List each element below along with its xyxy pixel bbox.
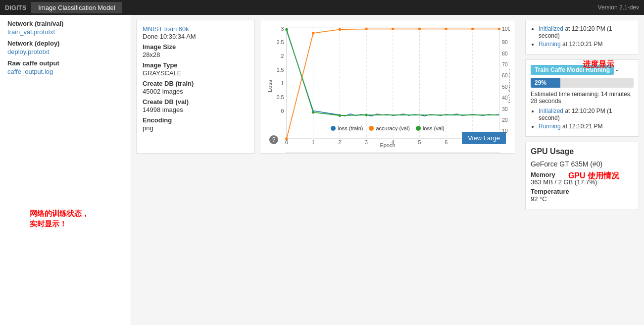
svg-text:60: 60	[502, 72, 508, 78]
status-dash: -	[616, 66, 618, 74]
svg-point-43	[471, 28, 474, 30]
encoding-label: Encoding	[143, 116, 248, 124]
legend-dot-accuracy-val	[369, 126, 374, 131]
gpu-section: GPU Usage GeForce GT 635M (#0) Memory 36…	[525, 142, 639, 210]
raw-caffe-link[interactable]: caffe_output.log	[7, 68, 123, 75]
image-type-value: GRAYSCALE	[143, 69, 248, 77]
network-deploy-label: Network (deploy)	[7, 40, 123, 47]
svg-text:5: 5	[418, 139, 421, 145]
svg-point-47	[339, 114, 341, 116]
progress-bar-outer: 29%	[531, 78, 634, 88]
svg-text:90: 90	[502, 39, 508, 45]
svg-text:50: 50	[502, 84, 508, 90]
right-panel: Initialized at 12:10:20 PM (1 second) Ru…	[520, 15, 644, 325]
svg-text:0: 0	[281, 108, 284, 114]
temperature-label: Temperature	[531, 188, 634, 195]
encoding-value: png	[143, 124, 248, 132]
svg-point-40	[392, 28, 394, 30]
status-bullets-train: Initialized at 12:10:20 PM (1 second) Ru…	[531, 108, 634, 130]
svg-text:100: 100	[502, 26, 510, 32]
running-link-top[interactable]: Running	[539, 41, 561, 48]
top-info-row: MNIST train 60k Done 10:35:34 AM Image S…	[131, 15, 520, 159]
legend-loss-val: loss (val)	[416, 125, 445, 131]
svg-text:1: 1	[281, 80, 284, 86]
create-db-train-label: Create DB (train)	[143, 80, 248, 87]
gpu-name: GeForce GT 635M (#0)	[531, 160, 634, 168]
network-deploy-link[interactable]: deploy.prototxt	[7, 48, 123, 55]
status-bullet-initialized-top: Initialized at 12:10:20 PM (1 second)	[539, 25, 634, 39]
navbar-version: Version 2.1-dev	[598, 4, 639, 11]
status-bullet-running-top: Running at 12:10:21 PM	[539, 41, 634, 48]
svg-text:40: 40	[502, 95, 508, 101]
svg-text:1: 1	[312, 139, 315, 145]
done-time: Done 10:35:34 AM	[143, 33, 248, 40]
svg-text:1.5: 1.5	[277, 67, 284, 73]
status-bullets-top: Initialized at 12:10:20 PM (1 second) Ru…	[531, 25, 634, 48]
progress-bar-inner: 29%	[531, 78, 560, 88]
svg-text:30: 30	[502, 106, 508, 112]
initialized-link-train[interactable]: Initialized	[539, 108, 563, 114]
main-layout: Network (train/val) train_val.prototxt N…	[0, 15, 644, 325]
legend-label-loss-train: loss (train)	[338, 125, 363, 131]
memory-value: 363 MB / 2 GB (17.7%)	[531, 178, 634, 186]
network-train-label: Network (train/val)	[7, 20, 123, 27]
svg-text:2.5: 2.5	[277, 39, 284, 45]
dataset-info: MNIST train 60k Done 10:35:34 AM Image S…	[136, 20, 255, 154]
navbar: DIGITS Image Classification Model Versio…	[0, 0, 644, 15]
image-type-label: Image Type	[143, 61, 248, 69]
legend-label-accuracy-val: accuracy (val)	[376, 125, 409, 131]
dataset-link[interactable]: MNIST train 60k	[143, 25, 189, 33]
status-bullet-running-train: Running at 12:10:21 PM	[539, 123, 634, 130]
svg-text:70: 70	[502, 61, 508, 67]
navbar-title: Image Classification Model	[31, 2, 122, 13]
help-icon[interactable]: ?	[269, 135, 278, 144]
svg-point-48	[365, 113, 367, 116]
svg-point-38	[339, 28, 341, 31]
view-large-button[interactable]: View Large	[462, 132, 506, 144]
status-bullet-initialized-train: Initialized at 12:10:20 PM (1 second)	[539, 108, 634, 121]
estimated-time: Estimated time remaining: 14 minutes, 28…	[531, 91, 634, 105]
svg-point-45	[285, 28, 288, 31]
progress-label: 29%	[535, 79, 546, 86]
legend-loss-train: loss (train)	[331, 125, 363, 131]
svg-point-41	[418, 28, 421, 30]
svg-text:80: 80	[502, 51, 508, 56]
svg-text:Accuracy (%): Accuracy (%)	[508, 69, 510, 104]
network-train-link[interactable]: train_val.prototxt	[7, 28, 123, 36]
svg-text:3: 3	[365, 139, 368, 145]
status-box-train: Train Caffe Model Running - 29% Estimate…	[525, 59, 639, 137]
svg-text:0.5: 0.5	[277, 94, 284, 100]
memory-label: Memory	[531, 171, 634, 178]
running-time-train: at 12:10:21 PM	[562, 123, 602, 130]
left-panel: Network (train/val) train_val.prototxt N…	[0, 15, 131, 325]
running-link-train[interactable]: Running	[539, 123, 561, 130]
create-db-train-value: 45002 images	[143, 88, 248, 95]
running-time-top: at 12:10:21 PM	[562, 41, 602, 48]
navbar-brand: DIGITS	[5, 4, 26, 11]
svg-point-46	[312, 111, 314, 113]
chart-area: 3 2.5 2 1.5 1 0.5 0 100 90 80 70 60 50	[260, 20, 515, 154]
legend-accuracy-val: accuracy (val)	[369, 125, 409, 131]
svg-point-42	[445, 28, 447, 30]
initialized-link-top[interactable]: Initialized	[539, 25, 563, 32]
image-size-value: 28x28	[143, 51, 248, 58]
chart-legend: loss (train) accuracy (val) loss (val)	[331, 125, 445, 131]
svg-point-39	[365, 28, 367, 30]
svg-text:2: 2	[281, 53, 284, 59]
mini-chart: 0 1 2 3 4 5 6 7 8	[265, 152, 510, 154]
legend-label-loss-val: loss (val)	[423, 125, 445, 131]
create-db-val-label: Create DB (val)	[143, 98, 248, 106]
svg-text:3: 3	[281, 26, 284, 32]
status-box-top: Initialized at 12:10:20 PM (1 second) Ru…	[525, 20, 639, 54]
chart-wrapper: 3 2.5 2 1.5 1 0.5 0 100 90 80 70 60 50	[265, 25, 510, 148]
create-db-val-value: 14998 images	[143, 106, 248, 113]
svg-point-44	[498, 28, 500, 30]
legend-dot-loss-val	[416, 126, 421, 131]
svg-text:20: 20	[502, 117, 508, 123]
status-title: Train Caffe Model Running -	[531, 65, 634, 75]
temperature-value: 92 °C	[531, 195, 634, 203]
legend-dot-loss-train	[331, 126, 336, 131]
status-running-badge: Train Caffe Model Running	[531, 65, 614, 75]
svg-point-37	[312, 32, 314, 34]
svg-text:Loss: Loss	[266, 80, 273, 92]
